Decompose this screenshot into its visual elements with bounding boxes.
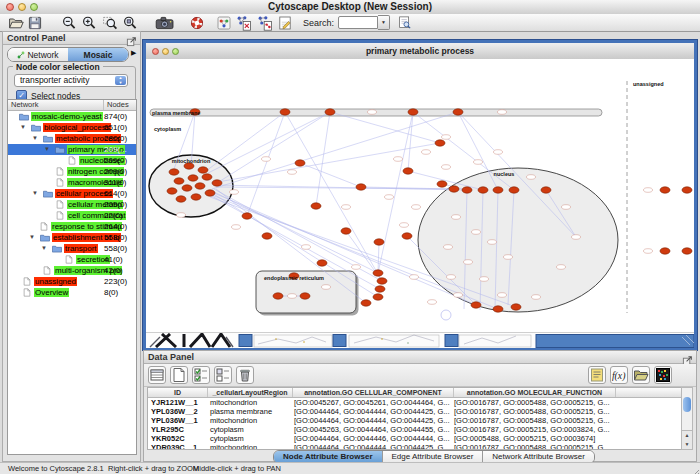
graph-node[interactable] — [509, 187, 519, 193]
expand-arrow-icon[interactable]: ▼ — [18, 122, 28, 133]
tree-row[interactable]: Overview8(0) — [8, 287, 136, 298]
annotation-icon[interactable] — [277, 15, 293, 31]
graph-node[interactable] — [341, 228, 351, 234]
graph-node[interactable] — [167, 188, 177, 194]
scrollbar-thumb[interactable] — [683, 397, 691, 412]
graph-node[interactable] — [374, 239, 384, 245]
expand-arrow-icon[interactable]: ▼ — [42, 144, 52, 155]
graph-node[interactable] — [202, 174, 212, 180]
graph-node[interactable] — [541, 187, 551, 193]
tree-row[interactable]: response to stimulu264(0) — [8, 221, 136, 232]
zoom-out-icon[interactable] — [61, 15, 77, 31]
column-header[interactable]: annotation.GO MOLECULAR_FUNCTION — [454, 388, 616, 397]
network-canvas[interactable]: plasma membranecytoplasmmitochondrionnuc… — [146, 59, 694, 332]
tree-row[interactable]: unassigned223(0) — [8, 276, 136, 287]
graph-node[interactable] — [471, 302, 481, 308]
network-window[interactable]: primary metabolic process plasma membran… — [143, 40, 697, 350]
graph-node[interactable] — [493, 187, 503, 193]
select-attributes-icon[interactable] — [192, 366, 210, 384]
graph-node[interactable] — [325, 109, 335, 115]
graph-node[interactable] — [478, 187, 488, 193]
table-row[interactable]: YKR052Ccytoplasm[GO:0044464, GO:0044446,… — [148, 434, 682, 443]
table-row[interactable]: YLR295Ccytoplasm[GO:0045263, GO:0044464,… — [148, 425, 682, 434]
tab-network[interactable]: Network — [8, 48, 68, 61]
column-header[interactable]: annotation.GO CELLULAR_COMPONENT — [293, 388, 454, 397]
attribute-table-icon[interactable] — [148, 366, 166, 384]
graph-node[interactable] — [377, 278, 387, 284]
network-create-icon[interactable] — [236, 15, 252, 31]
graph-node[interactable] — [295, 160, 305, 166]
expand-arrow-icon[interactable]: ▼ — [30, 133, 40, 144]
float-data-panel-icon[interactable] — [682, 352, 693, 363]
close-window-icon[interactable] — [6, 3, 14, 11]
tree-row[interactable]: macromolecule311(0) — [8, 177, 136, 188]
expand-arrow-icon[interactable]: ▼ — [27, 232, 37, 243]
search-input[interactable] — [338, 16, 378, 29]
graph-node[interactable] — [311, 203, 321, 209]
graph-node[interactable] — [280, 109, 290, 115]
tree-row[interactable]: secretion41(0) — [8, 254, 136, 265]
tree-row[interactable]: cellular metabo209(0) — [8, 199, 136, 210]
column-header[interactable]: _cellularLayoutRegion — [208, 388, 293, 397]
node-color-dropdown[interactable]: transporter activity ▲▼ — [14, 74, 128, 87]
scrollbar-arrows-icon[interactable]: ▲▼ — [682, 430, 692, 449]
tree-row[interactable]: ▼transport558(0) — [8, 243, 136, 254]
graph-node[interactable] — [660, 187, 670, 193]
tree-column-nodes[interactable]: Nodes — [104, 100, 136, 110]
graph-node[interactable] — [300, 293, 310, 299]
zoom-window-icon[interactable] — [30, 3, 38, 11]
tree-row[interactable]: nitrogen compo209(0) — [8, 166, 136, 177]
expand-arrow-icon[interactable]: ▼ — [39, 243, 49, 254]
graph-node[interactable] — [317, 260, 327, 266]
help-icon[interactable] — [189, 15, 205, 31]
new-attribute-icon[interactable] — [170, 366, 188, 384]
graph-node[interactable] — [682, 248, 692, 254]
mosaic-icon[interactable] — [654, 366, 672, 384]
table-row[interactable]: YPL036W__1mitochondrion[GO:0044464, GO:0… — [148, 416, 682, 425]
zoom-selected-icon[interactable] — [102, 15, 118, 31]
graph-node[interactable] — [361, 300, 371, 306]
graph-node[interactable] — [195, 183, 205, 189]
search-dropdown-button[interactable]: ▼ — [378, 15, 390, 30]
graph-node[interactable] — [682, 187, 692, 193]
tree-row[interactable]: ▼biological_process651(0) — [8, 122, 136, 133]
graph-node[interactable] — [373, 294, 383, 300]
graph-node[interactable] — [174, 178, 184, 184]
graph-node[interactable] — [182, 185, 192, 191]
tree-row[interactable]: mosaic-demo-yeast874(0) — [8, 111, 136, 122]
zoom-in-icon[interactable] — [81, 15, 97, 31]
frame-minimize-icon[interactable] — [162, 48, 169, 55]
tree-row[interactable]: ▼cellular process614(0) — [8, 188, 136, 199]
tree-row[interactable]: cell communicat22(0) — [8, 210, 136, 221]
graph-node[interactable] — [402, 233, 412, 239]
resize-grip-icon[interactable] — [689, 464, 699, 474]
save-icon[interactable] — [27, 15, 43, 31]
graph-node[interactable] — [660, 248, 670, 254]
graph-node[interactable] — [198, 167, 208, 173]
tree-column-network[interactable]: Network — [8, 100, 104, 110]
table-scrollbar[interactable]: ▲▼ — [681, 387, 693, 450]
graph-node[interactable] — [511, 304, 521, 310]
graph-node[interactable] — [242, 213, 252, 219]
graph-node[interactable] — [449, 186, 459, 192]
expand-arrow-icon[interactable]: ▼ — [30, 188, 40, 199]
label-icon[interactable] — [588, 366, 606, 384]
unselect-attributes-icon[interactable] — [214, 366, 232, 384]
snapshot-icon[interactable] — [154, 15, 176, 31]
vizmapper-icon[interactable] — [216, 15, 232, 31]
import-icon[interactable] — [632, 366, 650, 384]
graph-node[interactable] — [205, 190, 215, 196]
open-icon[interactable] — [8, 15, 24, 31]
graph-node[interactable] — [437, 181, 447, 187]
graph-node[interactable] — [356, 184, 366, 190]
graph-node[interactable] — [493, 306, 503, 312]
graph-node[interactable] — [212, 180, 222, 186]
table-row[interactable]: YPL036W__2plasma membrane[GO:0044464, GO… — [148, 407, 682, 416]
tree-row[interactable]: nucleobase-209(0) — [8, 155, 136, 166]
frame-zoom-icon[interactable] — [172, 48, 179, 55]
frame-close-icon[interactable] — [152, 48, 159, 55]
tab-mosaic[interactable]: Mosaic — [68, 48, 128, 61]
search-options-icon[interactable] — [397, 15, 412, 30]
graph-node[interactable] — [375, 286, 385, 292]
graph-node[interactable] — [273, 293, 283, 299]
